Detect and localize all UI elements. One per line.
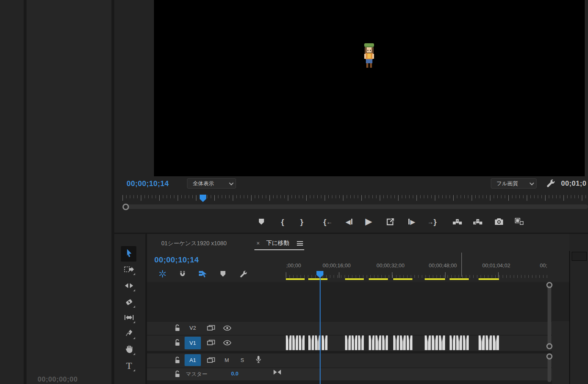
selection-tool-button[interactable]	[124, 248, 134, 259]
master-volume-value[interactable]: 0.0	[231, 371, 238, 377]
play-icon: ▶	[365, 217, 372, 226]
playback-quality-dropdown[interactable]: フル画質	[491, 178, 537, 189]
clip[interactable]	[393, 335, 399, 350]
monitor-zoom-scrollbar[interactable]	[127, 204, 588, 209]
panel-menu-icon[interactable]	[297, 241, 303, 246]
master-track-label: マスター	[186, 371, 207, 378]
export-frame-button[interactable]	[493, 217, 505, 226]
timeline-settings-button[interactable]	[238, 269, 248, 278]
clip[interactable]	[425, 335, 431, 350]
ruler-label: 00;	[540, 262, 547, 269]
v1-clip-group[interactable]	[345, 335, 364, 350]
timeline-add-marker-button[interactable]	[218, 269, 228, 278]
clip[interactable]	[286, 335, 292, 350]
clip[interactable]	[400, 335, 405, 350]
step-forward-button[interactable]: ▶	[405, 217, 418, 226]
scrollbar-handle-icon[interactable]	[546, 282, 552, 288]
scrollbar-handle-icon[interactable]	[122, 204, 129, 210]
razor-tool-button[interactable]	[124, 297, 134, 307]
slip-tool-button[interactable]	[124, 312, 134, 323]
clip[interactable]	[358, 335, 364, 350]
clip[interactable]	[456, 335, 462, 350]
clip[interactable]	[375, 335, 381, 350]
clip[interactable]	[486, 335, 492, 350]
v2-lock-toggle[interactable]	[174, 324, 180, 331]
ripple-edit-tool-button[interactable]	[124, 280, 134, 291]
add-marker-button[interactable]	[255, 217, 267, 226]
v1-clip-group[interactable]	[393, 335, 412, 350]
clip[interactable]	[322, 335, 327, 350]
audio-tracks-scrollbar[interactable]	[548, 357, 551, 382]
sync-lock-icon	[207, 357, 215, 364]
v2-sync-lock-toggle[interactable]	[207, 325, 215, 331]
clip[interactable]	[345, 335, 351, 350]
v1-clip-group[interactable]	[450, 335, 469, 350]
clip[interactable]	[369, 335, 374, 350]
video-tracks-scrollbar[interactable]	[548, 286, 551, 345]
v1-clip-group[interactable]	[479, 335, 499, 350]
scrollbar-handle-icon[interactable]	[546, 353, 552, 360]
clip[interactable]	[463, 335, 469, 350]
panel-divider[interactable]	[111, 0, 114, 384]
play-button[interactable]: ▶	[363, 217, 375, 226]
camera-icon	[494, 218, 503, 225]
hand-tool-button[interactable]	[124, 344, 134, 355]
close-tab-icon[interactable]: ×	[255, 240, 261, 246]
mark-out-button[interactable]: }	[296, 217, 308, 226]
monitor-settings-button[interactable]	[546, 179, 555, 188]
program-timecode[interactable]: 00;00;10;14	[127, 180, 169, 188]
go-to-out-button[interactable]: → }	[426, 217, 438, 226]
monitor-scrubber-ruler[interactable]	[122, 195, 588, 201]
pen-tool-button[interactable]	[124, 328, 134, 339]
v1-clip-group[interactable]	[286, 335, 305, 350]
clip[interactable]	[432, 335, 438, 350]
mark-in-button[interactable]: {	[276, 217, 289, 226]
timeline-ruler[interactable]	[286, 272, 549, 278]
step-back-button[interactable]: ◀	[343, 217, 355, 226]
clip[interactable]	[439, 335, 445, 350]
a1-track-target[interactable]: A1	[185, 354, 201, 366]
v2-toggle-output[interactable]	[223, 325, 232, 331]
linked-selection-button[interactable]	[198, 269, 208, 278]
scrollbar-handle-icon[interactable]	[546, 343, 552, 349]
v1-sync-lock-toggle[interactable]	[207, 340, 215, 346]
comparison-view-button[interactable]	[513, 217, 526, 226]
tab-move-down[interactable]: 下に移動	[266, 240, 289, 247]
a1-mute-toggle[interactable]: M	[225, 357, 229, 363]
clip[interactable]	[493, 335, 499, 350]
a1-sync-lock-toggle[interactable]	[207, 357, 215, 364]
clip[interactable]	[292, 335, 298, 350]
export-button[interactable]	[384, 217, 396, 226]
go-to-in-button[interactable]: { ←	[322, 217, 334, 226]
timeline-playhead-line	[320, 271, 321, 384]
master-lock-toggle[interactable]	[174, 371, 180, 377]
tab-sequence-01[interactable]: 01シーケンス1920 x1080	[161, 240, 227, 247]
v2-track-target[interactable]: V2	[185, 323, 201, 333]
clip[interactable]	[382, 335, 388, 350]
clip[interactable]	[450, 335, 455, 350]
v1-lock-toggle[interactable]	[174, 339, 180, 346]
clip[interactable]	[299, 335, 305, 350]
clip[interactable]	[407, 335, 412, 350]
a1-lock-toggle[interactable]	[174, 357, 180, 364]
clip[interactable]	[308, 335, 314, 350]
zoom-level-value: 全体表示	[193, 180, 214, 187]
v1-track-target[interactable]: V1	[185, 337, 201, 349]
panel-divider[interactable]	[24, 0, 27, 384]
snap-button[interactable]	[178, 269, 187, 278]
a1-solo-toggle[interactable]: S	[241, 357, 244, 363]
v1-clip-group[interactable]	[425, 335, 445, 350]
extract-button[interactable]	[472, 217, 484, 226]
v1-toggle-output[interactable]	[223, 340, 232, 346]
type-tool-button[interactable]: T	[124, 360, 134, 371]
zoom-level-dropdown[interactable]: 全体表示	[187, 178, 236, 189]
clip[interactable]	[352, 335, 357, 350]
nest-toggle-button[interactable]	[158, 269, 167, 278]
a1-voiceover-record[interactable]	[256, 355, 261, 364]
v1-clip-group[interactable]	[369, 335, 388, 350]
clip[interactable]	[479, 335, 485, 350]
v1-clip-group[interactable]	[308, 335, 327, 350]
monitor-playhead[interactable]	[200, 195, 206, 202]
lift-button[interactable]	[451, 217, 463, 226]
master-add-keyframe[interactable]	[273, 369, 281, 375]
